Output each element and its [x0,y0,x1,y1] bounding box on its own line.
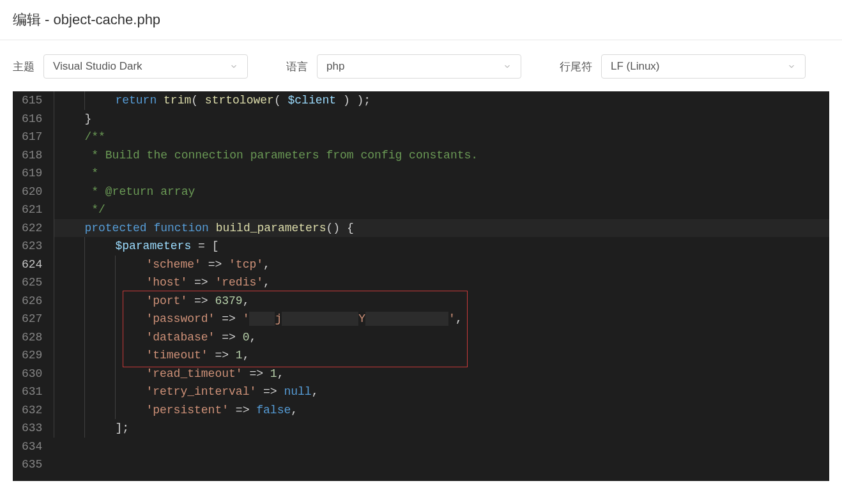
line-number: 634 [22,438,42,456]
code-line[interactable]: 'database' => 0, [54,328,829,347]
chevron-down-icon [229,62,238,71]
code-line[interactable]: 'password' => 'jY', [54,310,829,328]
code-line[interactable]: * Build the connection parameters from c… [54,146,829,165]
line-number: 618 [22,146,42,165]
theme-label: 主题 [13,59,34,74]
chevron-down-icon [787,62,796,71]
code-line[interactable]: return trim( strtolower( $client ) ); [54,91,829,110]
code-editor[interactable]: 6156166176186196206216226236246256266276… [13,91,829,481]
code-line[interactable]: 'scheme' => 'tcp', [54,256,829,274]
line-number: 631 [22,383,42,401]
line-number: 616 [22,110,42,128]
page-title: 编辑 - object-cache.php [13,10,829,29]
line-number: 626 [22,292,42,310]
line-number: 615 [22,91,42,110]
page-header: 编辑 - object-cache.php [0,0,842,40]
line-number: 633 [22,419,42,438]
code-line[interactable]: /** [54,128,829,146]
line-number: 619 [22,164,42,183]
editor-toolbar: 主题 Visual Studio Dark 语言 php 行尾符 LF (Lin… [0,40,842,91]
line-number: 630 [22,365,42,383]
eol-label: 行尾符 [560,59,592,74]
line-number: 625 [22,273,42,292]
language-label: 语言 [286,59,308,74]
line-number: 635 [22,455,42,474]
code-area[interactable]: return trim( strtolower( $client ) );}/*… [54,91,829,481]
code-line[interactable]: * [54,164,829,183]
code-line[interactable]: 'port' => 6379, [54,292,829,310]
code-line[interactable]: 'host' => 'redis', [54,273,829,292]
code-line[interactable]: } [54,110,829,128]
line-number: 628 [22,328,42,347]
line-number: 632 [22,401,42,420]
code-line[interactable]: 'timeout' => 1, [54,346,829,365]
theme-select-value: Visual Studio Dark [53,60,142,73]
code-line[interactable]: */ [54,201,829,219]
code-line[interactable]: 'retry_interval' => null, [54,383,829,401]
theme-group: 主题 Visual Studio Dark [13,54,248,79]
line-number: 622 [22,219,42,238]
code-line[interactable]: 'persistent' => false, [54,401,829,420]
code-line[interactable]: $parameters = [ [54,237,829,256]
eol-select[interactable]: LF (Linux) [601,54,806,79]
line-number: 617 [22,128,42,146]
eol-select-value: LF (Linux) [611,60,660,73]
code-line[interactable]: * @return array [54,183,829,201]
code-line[interactable]: protected function build_parameters() { [54,219,829,238]
language-select[interactable]: php [317,54,521,79]
line-number: 624 [22,256,42,274]
theme-select[interactable]: Visual Studio Dark [43,54,248,79]
line-number: 623 [22,237,42,256]
line-number: 629 [22,346,42,365]
eol-group: 行尾符 LF (Linux) [560,54,806,79]
line-number: 621 [22,201,42,219]
language-group: 语言 php [286,54,521,79]
line-number-gutter: 6156166176186196206216226236246256266276… [13,91,54,481]
code-line[interactable]: 'read_timeout' => 1, [54,365,829,383]
line-number: 627 [22,310,42,328]
line-number: 620 [22,183,42,201]
language-select-value: php [326,60,344,73]
chevron-down-icon [503,62,512,71]
code-line[interactable]: ]; [54,419,829,438]
